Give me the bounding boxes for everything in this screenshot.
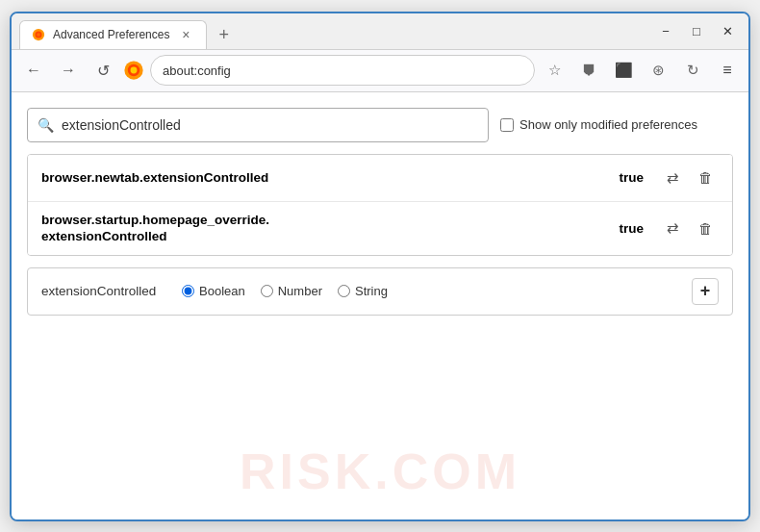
shield-icon[interactable]: ⛊	[575, 57, 602, 84]
radio-options: Boolean Number String	[182, 284, 676, 298]
firefox-logo-icon	[123, 60, 144, 81]
maximize-button[interactable]: □	[683, 17, 710, 44]
preference-search-box[interactable]: 🔍	[27, 108, 489, 142]
pref-name-line1: browser.startup.homepage_override.	[41, 212, 611, 229]
nav-icons: ☆ ⛊ ⬛ ⊛ ↻ ≡	[541, 57, 741, 84]
sync-icon[interactable]: ↻	[679, 57, 706, 84]
search-row: 🔍 Show only modified preferences	[27, 108, 733, 142]
bookmark-icon[interactable]: ☆	[541, 57, 568, 84]
reload-button[interactable]: ↺	[89, 56, 117, 85]
show-modified-checkbox[interactable]	[500, 118, 514, 132]
tab-area: Advanced Preferences × +	[19, 13, 645, 49]
show-modified-text: Show only modified preferences	[519, 117, 697, 132]
minimize-button[interactable]: −	[652, 17, 679, 44]
boolean-radio[interactable]	[182, 285, 194, 297]
toggle-icon: ⇄	[667, 169, 679, 187]
tab-favicon	[32, 28, 45, 41]
title-bar: Advanced Preferences × + − □ ✕	[12, 13, 748, 50]
results-table: browser.newtab.extensionControlled true …	[27, 154, 733, 256]
string-radio[interactable]	[338, 285, 350, 297]
boolean-label: Boolean	[199, 284, 245, 298]
number-label: Number	[278, 284, 322, 298]
window-controls: − □ ✕	[652, 17, 741, 44]
add-preference-button[interactable]: +	[692, 278, 719, 305]
toggle-button[interactable]: ⇄	[659, 165, 686, 191]
string-label: String	[355, 284, 388, 298]
new-pref-name: extensionControlled	[41, 284, 166, 298]
boolean-radio-label[interactable]: Boolean	[182, 284, 245, 298]
watermark: RISK.COM	[240, 443, 520, 500]
search-input[interactable]	[62, 117, 478, 133]
forward-button[interactable]: →	[54, 56, 83, 85]
svg-point-2	[37, 33, 40, 37]
extension-icon[interactable]: ⬛	[610, 57, 637, 84]
trash-icon: 🗑	[698, 220, 713, 237]
new-tab-button[interactable]: +	[211, 21, 237, 49]
string-radio-label[interactable]: String	[338, 284, 388, 298]
tab-title: Advanced Preferences	[53, 28, 169, 41]
search-icon: 🔍	[38, 117, 54, 133]
table-row: browser.newtab.extensionControlled true …	[28, 155, 732, 202]
address-bar[interactable]: about:config	[150, 55, 535, 86]
number-radio-label[interactable]: Number	[261, 284, 322, 298]
address-text: about:config	[163, 63, 522, 78]
active-tab[interactable]: Advanced Preferences ×	[19, 20, 207, 49]
nav-bar: ← → ↺ about:config ☆ ⛊ ⬛ ⊛ ↻ ≡	[12, 50, 748, 92]
profile-icon[interactable]: ⊛	[645, 57, 671, 84]
back-button[interactable]: ←	[19, 56, 48, 85]
toggle-button[interactable]: ⇄	[659, 215, 686, 241]
pref-value: true	[619, 221, 644, 236]
tab-close-button[interactable]: ×	[177, 26, 194, 43]
row-actions: ⇄ 🗑	[659, 215, 719, 241]
number-radio[interactable]	[261, 285, 273, 297]
table-row: browser.startup.homepage_override. exten…	[28, 202, 732, 255]
delete-button[interactable]: 🗑	[692, 165, 719, 191]
pref-name: browser.newtab.extensionControlled	[41, 169, 611, 187]
menu-button[interactable]: ≡	[714, 57, 741, 84]
trash-icon: 🗑	[698, 169, 713, 186]
delete-button[interactable]: 🗑	[692, 215, 719, 241]
toggle-icon: ⇄	[667, 219, 679, 237]
show-modified-label[interactable]: Show only modified preferences	[500, 117, 697, 132]
new-pref-row: extensionControlled Boolean Number Strin…	[27, 267, 733, 316]
svg-point-5	[131, 67, 138, 74]
pref-name: browser.startup.homepage_override. exten…	[41, 212, 611, 245]
pref-name-line2: extensionControlled	[41, 228, 611, 245]
row-actions: ⇄ 🗑	[659, 165, 719, 191]
close-button[interactable]: ✕	[714, 17, 741, 44]
browser-window: Advanced Preferences × + − □ ✕ ← → ↺ abo…	[10, 12, 750, 521]
content-area: RISK.COM 🔍 Show only modified preference…	[12, 92, 748, 519]
pref-value: true	[619, 170, 644, 185]
